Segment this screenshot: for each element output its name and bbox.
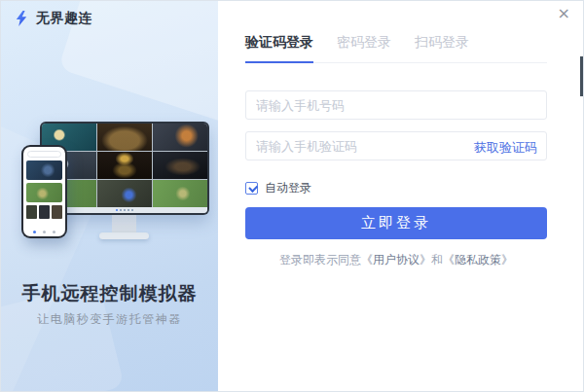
tab-sms-login[interactable]: 验证码登录 [245, 34, 313, 63]
game-thumbnail [26, 183, 62, 202]
promo-subheadline: 让电脑秒变手游托管神器 [1, 311, 218, 328]
phone-screen [23, 147, 65, 236]
monitor-stand-base [99, 232, 149, 239]
login-panel: × 验证码登录 密码登录 扫码登录 获取验证码 自动登录 立即登录 登录即表示同… [218, 1, 583, 391]
lightning-bolt-icon [14, 11, 29, 26]
game-thumbnail [97, 152, 152, 179]
app-window: 无界趣连 [0, 0, 584, 392]
game-thumbnail [26, 160, 62, 180]
promo-headline: 手机远程控制模拟器 [1, 281, 218, 306]
auto-login-checkbox[interactable] [245, 182, 258, 195]
agreement-conjunction: 和 [431, 253, 443, 267]
phone-illustration [21, 145, 67, 238]
game-thumbnail [153, 152, 207, 179]
agreement-text: 登录即表示同意《用户协议》和《隐私政策》 [245, 252, 547, 268]
tab-password-login[interactable]: 密码登录 [337, 34, 391, 62]
game-thumbnail [153, 180, 207, 207]
auto-login-row: 自动登录 [245, 180, 547, 196]
phone-search-bar [27, 151, 61, 158]
tab-qr-login[interactable]: 扫码登录 [415, 34, 469, 62]
game-thumbnail [97, 124, 152, 151]
login-tab-bar: 验证码登录 密码登录 扫码登录 [245, 34, 547, 63]
brand: 无界趣连 [14, 10, 92, 27]
promo-panel: 无界趣连 [1, 1, 218, 391]
game-thumbnail [153, 124, 207, 151]
auto-login-label: 自动登录 [265, 180, 311, 196]
phone-nav-bar [23, 227, 65, 236]
login-button[interactable]: 立即登录 [245, 207, 547, 239]
phone-input[interactable] [245, 90, 547, 120]
user-agreement-link[interactable]: 《用户协议》 [361, 253, 431, 267]
get-code-link[interactable]: 获取验证码 [474, 139, 537, 157]
privacy-policy-link[interactable]: 《隐私政策》 [443, 253, 513, 267]
game-thumbnail [97, 180, 152, 207]
code-field-wrap: 获取验证码 [245, 131, 547, 160]
monitor-stand [112, 215, 136, 233]
close-icon[interactable]: × [558, 6, 570, 21]
thumbnail-row [26, 205, 62, 219]
scrollbar-thumb[interactable] [580, 56, 583, 96]
phone-field-wrap [245, 90, 547, 120]
agreement-prefix: 登录即表示同意 [279, 253, 361, 267]
login-form: 获取验证码 自动登录 立即登录 登录即表示同意《用户协议》和《隐私政策》 [245, 90, 547, 268]
app-title: 无界趣连 [36, 10, 92, 27]
